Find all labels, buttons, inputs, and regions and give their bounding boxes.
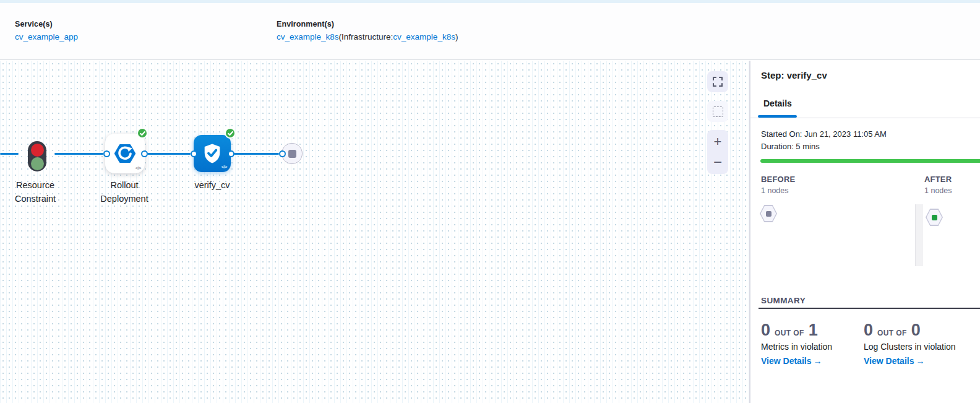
edge-constraint-to-rollout: [54, 153, 103, 155]
tab-divider: [750, 118, 980, 118]
after-label: AFTER: [924, 175, 952, 184]
zoom-controls: + −: [707, 130, 728, 174]
check-icon: [228, 131, 233, 136]
traffic-light-red: [31, 144, 44, 157]
resource-constraint-label: Resource Constraint: [0, 179, 82, 206]
port-rollout-in: [103, 150, 110, 157]
fullscreen-button[interactable]: [707, 71, 728, 92]
service-link[interactable]: cv_example_app: [15, 32, 78, 41]
verify-success-badge: [225, 128, 236, 139]
verify-shield-icon: [201, 142, 223, 165]
code-icon: </>: [135, 165, 141, 171]
before-node-status-icon: [766, 211, 772, 217]
log-clusters-violation-stat: 0 OUT OF 0 Log Clusters in violation Vie…: [864, 321, 956, 366]
traffic-light-green: [31, 157, 44, 170]
verify-cv-node[interactable]: </>: [194, 135, 231, 172]
verify-cv-label: verify_cv: [166, 179, 259, 193]
stop-icon: [288, 150, 296, 158]
zoom-in-button[interactable]: +: [707, 132, 728, 151]
out-of-label: OUT OF: [877, 329, 907, 337]
rollout-success-badge: [137, 128, 148, 139]
zoom-out-button[interactable]: −: [707, 153, 728, 171]
started-on-text: Started On: Jun 21, 2023 11:05 AM: [761, 129, 887, 139]
logs-caption: Log Clusters in violation: [864, 342, 956, 352]
metrics-current-count: 0: [761, 321, 770, 339]
rollout-deployment-label: Rollout Deployment: [78, 179, 171, 206]
logs-current-count: 0: [864, 321, 873, 339]
edge-incoming: [0, 153, 19, 155]
marquee-select-button[interactable]: [707, 101, 728, 122]
after-node-hexagon[interactable]: [926, 209, 943, 226]
after-count: 1 nodes: [924, 186, 952, 195]
after-node-status-icon: [932, 215, 937, 220]
fullscreen-icon: [713, 77, 723, 87]
metrics-violation-stat: 0 OUT OF 1 Metrics in violation View Det…: [761, 321, 832, 366]
resource-constraint-icon[interactable]: [28, 141, 46, 171]
before-label: BEFORE: [761, 175, 795, 184]
metrics-caption: Metrics in violation: [761, 342, 832, 352]
before-count: 1 nodes: [761, 186, 795, 195]
progress-bar: [760, 159, 980, 163]
pipeline-canvas[interactable]: Resource Constraint </> Rollout Deployme…: [0, 61, 750, 403]
summary-label: SUMMARY: [761, 296, 806, 305]
logs-total-count: 0: [911, 321, 921, 339]
port-rollout-out: [141, 150, 148, 157]
edge-rollout-to-verify: [147, 153, 191, 155]
environment-value: cv_example_k8s(Infrastructure:cv_example…: [277, 32, 458, 41]
execution-context-header: Service(s) cv_example_app Environment(s)…: [0, 3, 980, 60]
before-section: BEFORE 1 nodes: [761, 175, 795, 195]
duration-text: Duration: 5 mins: [761, 142, 820, 151]
arrow-right-icon: →: [813, 356, 822, 366]
logs-view-details-link[interactable]: View Details→: [864, 356, 956, 366]
step-details-panel: Step: verify_cv Details Started On: Jun …: [750, 61, 980, 403]
metrics-total-count: 1: [809, 321, 818, 339]
infrastructure-link[interactable]: cv_example_k8s: [393, 32, 455, 41]
out-of-label: OUT OF: [775, 329, 804, 337]
tab-active-underline: [758, 115, 797, 118]
rollout-deployment-node[interactable]: </>: [105, 134, 145, 173]
code-icon: </>: [221, 164, 227, 170]
after-section: AFTER 1 nodes: [924, 175, 952, 195]
metrics-view-details-link[interactable]: View Details→: [761, 356, 832, 366]
infrastructure-suffix: ): [455, 32, 458, 41]
environment-group: Environment(s) cv_example_k8s(Infrastruc…: [277, 20, 458, 41]
environment-link[interactable]: cv_example_k8s: [277, 32, 339, 41]
service-group: Service(s) cv_example_app: [15, 20, 78, 41]
summary-divider: [759, 308, 980, 309]
tab-details[interactable]: Details: [763, 98, 792, 108]
rollout-deployment-icon: [114, 142, 136, 165]
edge-verify-to-end: [234, 153, 279, 155]
service-label: Service(s): [15, 20, 78, 28]
step-title: Step: verify_cv: [761, 70, 827, 80]
port-verify-in: [191, 150, 197, 157]
environment-label: Environment(s): [277, 20, 458, 28]
before-after-scrollbar[interactable]: [915, 204, 923, 266]
port-end-in: [279, 150, 286, 157]
port-verify-out: [228, 150, 234, 157]
before-node-hexagon[interactable]: [760, 205, 777, 222]
marquee-select-icon: [713, 106, 723, 117]
infrastructure-prefix: (Infrastructure:: [339, 32, 393, 41]
check-icon: [140, 131, 145, 136]
arrow-right-icon: →: [916, 356, 924, 366]
